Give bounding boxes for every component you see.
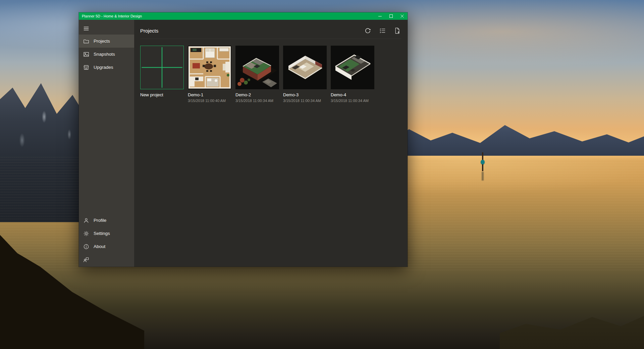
card-label: Demo-4 [331, 92, 374, 97]
sidebar-item-label: About [94, 244, 105, 249]
sync-icon [365, 28, 371, 34]
snapshots-icon [83, 51, 89, 57]
buoy-reflection [482, 172, 484, 181]
buoy-ball [481, 160, 485, 164]
window-titlebar[interactable]: Planner 5D - Home & Interior Design [79, 12, 408, 20]
sidebar-item-about[interactable]: About [79, 240, 134, 253]
projects-panel: Projects [134, 20, 408, 267]
card-label: New project [140, 92, 184, 97]
sync-button[interactable] [364, 27, 372, 35]
window-controls [374, 12, 408, 20]
new-project-thumbnail [140, 46, 184, 89]
info-icon [83, 244, 89, 250]
folder-icon [83, 38, 89, 44]
project-card-demo-2[interactable]: Demo-2 3/15/2018 11:00:34 AM [235, 46, 279, 103]
sidebar-item-settings[interactable]: Settings [79, 227, 134, 240]
store-icon [83, 64, 89, 70]
project-thumbnail-demo-2 [235, 46, 279, 89]
project-card-demo-4[interactable]: Demo-4 3/15/2018 11:00:34 AM [331, 46, 374, 103]
card-date: 3/15/2018 11:00:34 AM [283, 99, 327, 103]
card-label: Demo-3 [283, 92, 327, 97]
project-card-demo-1[interactable]: Demo-1 3/15/2018 11:00:40 AM [188, 46, 231, 103]
card-label: Demo-2 [235, 92, 279, 97]
sidebar-item-profile[interactable]: Profile [79, 214, 134, 227]
desktop-background: Planner 5D - Home & Interior Design [0, 0, 644, 349]
minimize-icon [378, 14, 382, 18]
project-grid: New project [134, 39, 408, 103]
sidebar-item-label: Settings [94, 231, 110, 236]
planner5d-window: Planner 5D - Home & Interior Design [79, 12, 408, 267]
window-title: Planner 5D - Home & Interior Design [82, 14, 374, 18]
gear-icon [83, 231, 89, 237]
new-project-button[interactable] [393, 27, 401, 35]
sidebar-bottom-pad [79, 266, 134, 267]
maximize-icon [389, 14, 393, 18]
sidebar-item-account[interactable] [79, 253, 134, 266]
sidebar-spacer [79, 83, 134, 214]
person-icon [83, 217, 89, 223]
card-date: 3/15/2018 11:00:40 AM [188, 99, 231, 103]
project-thumbnail-demo-3 [283, 46, 327, 89]
sidebar-item-snapshots[interactable]: Snapshots [79, 48, 134, 61]
multiselect-icon [379, 28, 386, 34]
maximize-button[interactable] [385, 12, 396, 20]
project-card-demo-3[interactable]: Demo-3 3/15/2018 11:00:34 AM [283, 46, 327, 103]
new-project-icon [394, 28, 400, 34]
content-header: Projects [134, 20, 408, 35]
account-switch-icon [83, 257, 89, 263]
plus-icon [141, 46, 183, 89]
close-button[interactable] [396, 12, 408, 20]
new-project-card[interactable]: New project [140, 46, 184, 103]
card-label: Demo-1 [188, 92, 231, 97]
card-date: 3/15/2018 11:00:34 AM [331, 99, 374, 103]
sidebar: Projects Snapshots Upgrades [79, 20, 134, 267]
project-thumbnail-demo-4 [331, 46, 374, 89]
toolbar [364, 27, 401, 35]
project-thumbnail-demo-1 [188, 46, 231, 89]
wallpaper-buoy [481, 152, 484, 173]
hamburger-icon [83, 26, 89, 32]
close-icon [400, 14, 404, 18]
sidebar-item-projects[interactable]: Projects [79, 35, 134, 48]
sidebar-item-label: Snapshots [94, 52, 115, 57]
sidebar-item-label: Profile [94, 218, 106, 223]
select-button[interactable] [379, 27, 386, 35]
sidebar-item-label: Upgrades [94, 65, 113, 70]
page-title: Projects [140, 28, 364, 34]
card-date: 3/15/2018 11:00:34 AM [235, 99, 279, 103]
hamburger-menu-button[interactable] [79, 22, 134, 35]
minimize-button[interactable] [374, 12, 385, 20]
sidebar-item-upgrades[interactable]: Upgrades [79, 61, 134, 74]
sidebar-item-label: Projects [94, 39, 110, 44]
